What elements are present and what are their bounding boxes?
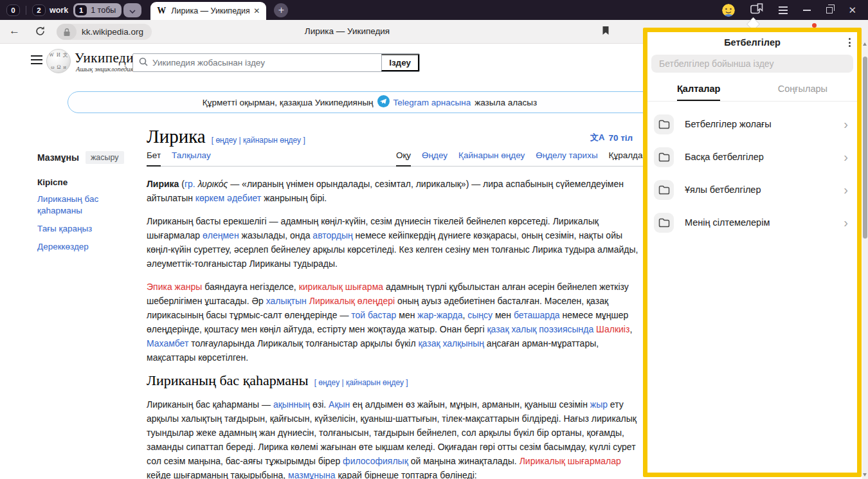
tab-recent[interactable]: Соңғылары <box>778 84 827 101</box>
wiki-link[interactable]: Ақын <box>329 399 350 410</box>
section-heading: Лириканың бас қаһарманы <box>147 374 309 388</box>
folder-icon <box>654 213 674 233</box>
tab-group-expand-button[interactable] <box>123 3 141 17</box>
wiki-redlink[interactable]: Лирикалық өлеңдері <box>309 296 395 306</box>
article-edit-links[interactable]: [ өңдеу | қайнарын өңдеу ] <box>212 136 305 145</box>
text-segment: Лирика <box>147 179 179 189</box>
tab-talk[interactable]: Талқылау <box>172 150 211 166</box>
browser-menu-icon[interactable] <box>779 6 788 14</box>
paragraph: Лириканың бас қаһарманы — ақынның өзі. А… <box>147 397 647 479</box>
kebab-menu-icon[interactable] <box>849 38 851 47</box>
tab-group-pill[interactable]: 1 1 тобы <box>73 3 122 17</box>
text-segment: ( <box>179 179 185 189</box>
wiki-link[interactable]: той бастар <box>351 310 396 320</box>
tabstrip-divider <box>26 6 26 15</box>
wiki-link[interactable]: гр. <box>185 179 195 189</box>
tab-page[interactable]: Бет <box>147 150 161 167</box>
bookmarks-panel: Бетбелгілер Қалталар Соңғылары Бетбелгіл… <box>643 28 862 477</box>
wiki-search-input[interactable] <box>152 58 381 68</box>
window-restore-button[interactable] <box>826 7 833 14</box>
active-tab[interactable]: W Лирика — Уикипедия ✕ <box>150 2 266 20</box>
text-segment: , <box>629 324 632 334</box>
toc-item-references[interactable]: Дереккөздер <box>37 241 137 253</box>
bookmark-folder-row[interactable]: Менің сілтемелерім › <box>654 208 851 237</box>
wikipedia-tagline: Ашық энциклопедиясы <box>76 66 141 73</box>
bookmark-folder-row[interactable]: Басқа бетбелгілер › <box>654 143 851 171</box>
browser-tab-strip: 0 2 work 1 1 тобы W Лирика — Уикипедия ✕… <box>0 0 868 20</box>
language-selector[interactable]: 文A 70 тіл <box>590 132 633 143</box>
wiki-redlink[interactable]: кирикалық шығарма <box>299 282 383 292</box>
toc-hide-button[interactable]: жасыру <box>86 151 124 164</box>
divider <box>647 101 857 102</box>
wiki-link[interactable]: жар-жарда <box>417 310 462 320</box>
tab-group-count-badge: 1 <box>75 5 87 15</box>
bookmark-folder-row[interactable]: Ұялы бетбелгілер › <box>654 176 851 204</box>
toc-item-main-hero[interactable]: Лириканың бас қаһарманы <box>37 194 137 217</box>
wiki-link[interactable]: философиялық <box>343 456 408 466</box>
text-segment: мен <box>493 310 514 320</box>
wiki-menu-icon[interactable] <box>31 55 42 64</box>
chevron-down-icon <box>129 5 136 16</box>
text-segment: Лириканың бас қаһарманы — <box>147 399 273 410</box>
window-close-button[interactable]: ✕ <box>848 5 856 15</box>
back-button[interactable]: ← <box>9 24 20 37</box>
bookmarks-search-input[interactable] <box>651 55 853 73</box>
window-minimize-button[interactable] <box>803 10 811 11</box>
scrollbar-down-arrow[interactable] <box>863 473 867 476</box>
folder-icon <box>654 147 674 167</box>
language-count: 70 тіл <box>608 133 633 143</box>
wiki-redlink[interactable]: Шалкиіз <box>596 324 629 334</box>
wiki-link[interactable]: автордың <box>312 230 352 240</box>
bookmark-folder-row[interactable]: Бетбелгілер жолағы › <box>654 110 851 138</box>
tab-history[interactable]: Өңделу тарихы <box>536 150 597 166</box>
telegram-banner: Құрметті оқырман, қазақша Уикипедияның T… <box>68 91 672 113</box>
paragraph: Лирика (гр. λυρικός — «лираның үнімен ор… <box>147 177 647 205</box>
article-tab-bar: Бет Талқылау Оқу Өңдеу Қайнарын өңдеу Өң… <box>147 150 647 167</box>
wiki-link[interactable]: Махамбет <box>147 338 188 348</box>
bookmark-flag-icon[interactable] <box>602 26 610 38</box>
toc-item-intro[interactable]: Кіріспе <box>37 177 137 187</box>
text-segment: жанрының бірі. <box>261 193 327 203</box>
wikipedia-logo[interactable]: WИ文ωΩи <box>46 49 71 73</box>
tab-edit[interactable]: Өңдеу <box>422 150 448 166</box>
wiki-search-button[interactable]: Іздеу <box>381 54 419 71</box>
section-edit-links[interactable]: [ өңдеу | қайнарын өңдеу ] <box>314 375 408 390</box>
wiki-link[interactable]: жыр <box>590 399 608 410</box>
text-segment: кейде шығарманың тақырыбына, <box>147 470 288 479</box>
wiki-link[interactable]: мазмұнына <box>288 470 336 479</box>
telegram-channel-link[interactable]: Telegram арнасына <box>393 98 471 107</box>
wiki-search-box[interactable]: Іздеу <box>132 53 420 72</box>
new-tab-button[interactable]: + <box>274 3 288 17</box>
article-title: Лирика <box>147 126 206 147</box>
scrollbar-up-arrow[interactable] <box>863 42 867 46</box>
tab-tools[interactable]: Құралдар <box>609 150 647 166</box>
page-scrollbar[interactable] <box>862 39 868 479</box>
chevron-right-icon: › <box>844 118 848 131</box>
wiki-link[interactable]: ақынның <box>273 399 310 410</box>
toolbar-page-title: Лирика — Уикипедия <box>26 26 669 36</box>
workspace-label[interactable]: work <box>50 6 68 15</box>
text-segment: λυρικός <box>198 179 228 189</box>
tab-read[interactable]: Оқу <box>396 150 411 167</box>
wiki-link[interactable]: қазақ халқының <box>418 338 484 348</box>
bookmarks-manager-icon[interactable] <box>750 3 763 17</box>
wiki-redlink[interactable]: Лирикалық шығармалар <box>520 456 621 466</box>
tab-folders[interactable]: Қалталар <box>677 84 720 101</box>
profile-avatar[interactable] <box>722 4 735 17</box>
scrollbar-thumb[interactable] <box>863 57 867 239</box>
folder-label: Менің сілтемелерім <box>685 217 844 228</box>
workspace-count-badge[interactable]: 2 <box>32 5 46 16</box>
search-icon <box>139 57 148 69</box>
wiki-redlink[interactable]: Эпика жанры <box>147 282 202 292</box>
wiki-link[interactable]: қазақ халық поэзиясында <box>487 324 593 334</box>
folder-icon <box>654 180 674 200</box>
tab-edit-source[interactable]: Қайнарын өңдеу <box>458 150 525 166</box>
wiki-link[interactable]: көркем әдебиет <box>195 193 261 203</box>
wiki-link[interactable]: өлеңмен <box>203 230 239 240</box>
wiki-link[interactable]: беташарда <box>514 310 560 320</box>
wiki-link[interactable]: сыңсу <box>467 310 493 320</box>
workspace-zero-badge[interactable]: 0 <box>6 5 20 16</box>
toc-item-see-also[interactable]: Тағы қараңыз <box>37 223 137 235</box>
tab-close-icon[interactable]: ✕ <box>253 6 260 15</box>
wiki-link[interactable]: халықтын <box>266 296 307 306</box>
